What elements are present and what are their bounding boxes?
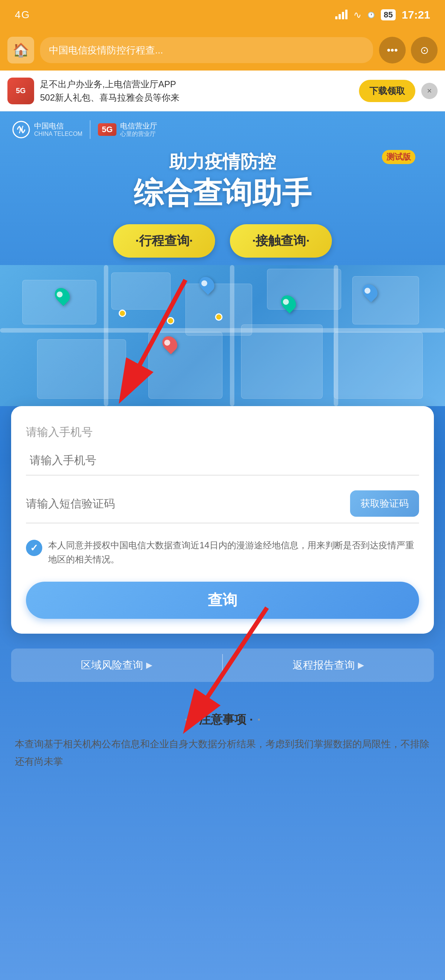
time-display: 17:21 [402,8,430,21]
query-buttons: ·行程查询· ·接触查询· [0,209,445,265]
form-card: 请输入手机号 获取验证码 本人同意并授权中国电信大数据查询近14日内的漫游途经地… [11,406,434,634]
consent-text: 本人同意并授权中国电信大数据查询近14日内的漫游途经地信息，用来判断是否到达疫情… [48,538,419,567]
browser-actions: ••• ⊙ [379,37,437,64]
telecom-name: 中国电信 CHINA TELECOM [34,121,82,137]
consent-row: 本人同意并授权中国电信大数据查询近14日内的漫游途经地信息，用来判断是否到达疫情… [26,538,419,567]
contact-query-button[interactable]: ·接触查询· [230,224,332,258]
notice-title: · 注意事项 · [180,713,265,726]
arrow-right-icon-2: ▶ [358,660,364,670]
map-road-v [230,265,234,406]
bottom-links-wrapper: 区域风险查询 ▶ 返程报告查询 ▶ [0,634,445,689]
wifi-icon: ∿ [353,9,361,21]
sms-field-group: 获取验证码 [26,490,419,523]
logo-divider [90,120,90,139]
return-query-text: 返程报告查询 [293,658,355,672]
map-block [267,269,341,310]
map-block [334,332,423,399]
hall-logo: 5G 电信营业厅 心里的营业厅 [98,121,157,137]
ad-text: 足不出户办业务,上电信营业厅APP502新人礼包、喜马拉雅会员等你来 [40,78,353,104]
path-dot [215,313,223,321]
notice-text: 本查询基于相关机构公布信息和企业自身大数据分析结果，考虑到我们掌握数据的局限性，… [15,735,430,770]
alarm-icon: 🕐 [367,11,375,19]
return-query-link[interactable]: 返程报告查询 ▶ [223,649,434,682]
scan-button[interactable]: ⊙ [411,37,437,64]
browser-bar: 🏠 中国电信疫情防控行程查... ••• ⊙ [0,30,445,70]
sms-input[interactable] [26,493,343,515]
notice-title-container: · 注意事项 · [15,712,430,728]
map-block [148,332,223,399]
hall-5g-badge: 5G [98,123,116,136]
notice-section: · 注意事项 · 本查询基于相关机构公布信息和企业自身大数据分析结果，考虑到我们… [0,689,445,785]
map-block [241,325,323,399]
risk-query-text: 区域风险查询 [81,658,143,672]
telecom-icon [12,120,30,139]
phone-field-group: 请输入手机号 [26,425,419,476]
ad-banner: 5G 足不出户办业务,上电信营业厅APP502新人礼包、喜马拉雅会员等你来 下载… [0,70,445,111]
hero-section: 助力疫情防控 综合查询助手 测试版 [0,139,445,209]
map-road-h [0,328,445,332]
header-logos: 中国电信 CHINA TELECOM 5G 电信营业厅 心里的营业厅 [0,111,445,139]
home-button[interactable]: 🏠 [8,37,34,64]
phone-input[interactable] [26,446,419,476]
url-bar[interactable]: 中国电信疫情防控行程查... [40,37,373,63]
map-block [352,276,419,325]
telecom-logo: 中国电信 CHINA TELECOM [12,120,82,139]
url-text: 中国电信疫情防控行程查... [49,44,163,57]
status-right: ∿ 🕐 85 17:21 [335,8,430,21]
phone-label: 请输入手机号 [26,425,419,440]
verify-code-button[interactable]: 获取验证码 [350,490,419,517]
hero-title: 综合查询助手 [8,177,437,209]
more-button[interactable]: ••• [379,37,406,64]
map-road-v [104,265,108,406]
consent-checkbox[interactable] [26,540,42,556]
hero-subtitle: 助力疫情防控 [8,150,437,174]
map-block [37,339,126,399]
map-block [111,272,171,310]
ad-logo: 5G [8,78,34,104]
map-area [0,265,445,406]
trip-query-button[interactable]: ·行程查询· [113,224,215,258]
ad-close-button[interactable]: × [421,83,437,99]
path-dot [167,317,174,325]
status-bar: 4G ∿ 🕐 85 17:21 [0,0,445,30]
bottom-links: 区域风险查询 ▶ 返程报告查询 ▶ [11,649,434,682]
hall-text: 电信营业厅 心里的营业厅 [120,121,157,137]
path-dot [119,310,126,317]
network-indicator: 4G [15,9,30,21]
signal-icon [335,10,347,19]
query-submit-button[interactable]: 查询 [26,582,419,619]
risk-query-link[interactable]: 区域风险查询 ▶ [11,649,222,682]
beta-badge: 测试版 [382,150,415,164]
battery-level: 85 [381,9,396,21]
arrow-right-icon-1: ▶ [146,660,152,670]
ad-download-button[interactable]: 下载领取 [359,80,415,102]
sms-row: 获取验证码 [26,490,419,523]
main-content: 中国电信 CHINA TELECOM 5G 电信营业厅 心里的营业厅 助力疫情防… [0,111,445,980]
map-road-v [334,265,338,406]
